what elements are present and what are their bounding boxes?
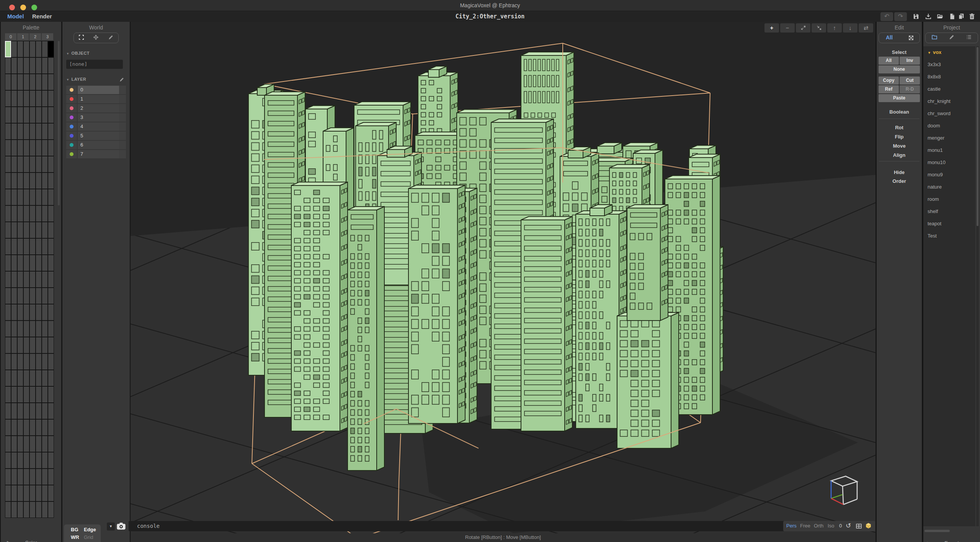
edit-op-move[interactable]: Move bbox=[877, 143, 922, 149]
palette-swatch[interactable] bbox=[36, 353, 42, 370]
palette-swatch[interactable] bbox=[23, 485, 29, 501]
palette-swatch[interactable] bbox=[29, 107, 36, 123]
palette-swatch[interactable] bbox=[23, 353, 29, 370]
palette-tab-0[interactable]: 0 bbox=[5, 33, 16, 40]
palette-swatch[interactable] bbox=[23, 255, 29, 271]
palette-swatch[interactable] bbox=[11, 485, 17, 501]
palette-swatch[interactable] bbox=[23, 337, 29, 353]
edit-op-align[interactable]: Align bbox=[877, 152, 922, 158]
palette-swatch[interactable] bbox=[11, 321, 17, 337]
palette-swatch[interactable] bbox=[42, 90, 48, 107]
palette-swatch[interactable] bbox=[23, 238, 29, 255]
palette-swatch[interactable] bbox=[17, 107, 23, 123]
palette-swatch[interactable] bbox=[5, 288, 11, 304]
palette-swatch[interactable] bbox=[36, 238, 42, 255]
palette-swatch[interactable] bbox=[23, 271, 29, 288]
palette-swatch[interactable] bbox=[23, 288, 29, 304]
palette-swatch[interactable] bbox=[17, 156, 23, 173]
palette-swatch[interactable] bbox=[36, 271, 42, 288]
palette-swatch[interactable] bbox=[5, 485, 11, 501]
toggle-bg[interactable]: BG bbox=[71, 527, 78, 532]
layer-pen-icon[interactable] bbox=[119, 77, 124, 84]
palette-swatch[interactable] bbox=[5, 436, 11, 452]
palette-swatch[interactable] bbox=[48, 386, 54, 403]
palette-swatch[interactable] bbox=[48, 57, 54, 74]
palette-swatch[interactable] bbox=[5, 205, 11, 222]
layer-row-0[interactable]: 0 bbox=[66, 86, 126, 94]
palette-swatch[interactable] bbox=[11, 173, 17, 189]
palette-swatch[interactable] bbox=[5, 238, 11, 255]
palette-swatch[interactable] bbox=[17, 386, 23, 403]
palette-swatch[interactable] bbox=[5, 255, 11, 271]
palette-swatch[interactable] bbox=[36, 205, 42, 222]
palette-swatch[interactable] bbox=[42, 123, 48, 140]
project-item-monu10[interactable]: monu10 bbox=[923, 156, 975, 169]
palette-swatch[interactable] bbox=[17, 304, 23, 321]
palette-swatch[interactable] bbox=[11, 205, 17, 222]
palette-swatch[interactable] bbox=[36, 173, 42, 189]
palette-swatch[interactable] bbox=[29, 386, 36, 403]
palette-swatch[interactable] bbox=[36, 156, 42, 173]
palette-swatch[interactable] bbox=[23, 205, 29, 222]
project-scrollbar[interactable] bbox=[976, 46, 979, 526]
palette-swatch[interactable] bbox=[48, 304, 54, 321]
palette-swatch[interactable] bbox=[11, 156, 17, 173]
palette-swatch[interactable] bbox=[29, 452, 36, 469]
frame-select-icon[interactable] bbox=[78, 34, 84, 42]
palette-swatch[interactable] bbox=[5, 386, 11, 403]
palette-swatch[interactable] bbox=[48, 173, 54, 189]
palette-swatch[interactable] bbox=[11, 501, 17, 518]
project-item-room[interactable]: room bbox=[923, 193, 975, 205]
palette-swatch[interactable] bbox=[36, 57, 42, 74]
layer-visibility-cell[interactable] bbox=[119, 95, 126, 103]
palette-swatch[interactable] bbox=[17, 403, 23, 419]
palette-swatch[interactable] bbox=[11, 469, 17, 485]
palette-swatch[interactable] bbox=[36, 304, 42, 321]
edit-button-inv[interactable]: Inv bbox=[900, 57, 920, 65]
palette-swatch[interactable] bbox=[42, 222, 48, 238]
palette-swatch[interactable] bbox=[23, 41, 29, 57]
palette-swatch[interactable] bbox=[29, 304, 36, 321]
palette-swatch[interactable] bbox=[23, 74, 29, 90]
palette-swatch[interactable] bbox=[48, 353, 54, 370]
layer-visibility-cell[interactable] bbox=[119, 141, 126, 149]
palette-swatch[interactable] bbox=[5, 222, 11, 238]
project-item-monu9[interactable]: monu9 bbox=[923, 169, 975, 181]
toggle-edge[interactable]: Edge bbox=[84, 527, 96, 532]
project-item-doom[interactable]: doom bbox=[923, 120, 975, 132]
palette-swatch[interactable] bbox=[17, 140, 23, 156]
palette-swatch[interactable] bbox=[48, 288, 54, 304]
undo-icon[interactable]: ↶ bbox=[880, 12, 893, 21]
layer-section-header[interactable]: ▼LAYER bbox=[66, 77, 86, 81]
palette-swatch[interactable] bbox=[48, 501, 54, 518]
palette-swatch[interactable] bbox=[11, 255, 17, 271]
layer-visibility-cell[interactable] bbox=[119, 104, 126, 112]
palette-swatch[interactable] bbox=[29, 57, 36, 74]
trash-icon[interactable] bbox=[969, 13, 975, 20]
palette-swatch[interactable] bbox=[17, 238, 23, 255]
palette-swatch[interactable] bbox=[29, 222, 36, 238]
palette-swatch[interactable] bbox=[11, 419, 17, 436]
layer-row-2[interactable]: 2 bbox=[66, 104, 126, 112]
palette-swatch[interactable] bbox=[48, 107, 54, 123]
project-item-menger[interactable]: menger bbox=[923, 132, 975, 144]
palette-swatch[interactable] bbox=[5, 469, 11, 485]
palette-swatch[interactable] bbox=[17, 436, 23, 452]
palette-swatch[interactable] bbox=[42, 57, 48, 74]
palette-swatch[interactable] bbox=[48, 271, 54, 288]
palette-swatch[interactable] bbox=[23, 501, 29, 518]
palette-swatch[interactable] bbox=[29, 337, 36, 353]
palette-swatch[interactable] bbox=[5, 419, 11, 436]
edit-op-hide[interactable]: Hide bbox=[877, 169, 922, 175]
new-file-icon[interactable] bbox=[949, 13, 956, 20]
palette-tab-2[interactable]: 2 bbox=[29, 33, 41, 40]
palette-swatch[interactable] bbox=[29, 288, 36, 304]
palette-swatch[interactable] bbox=[23, 304, 29, 321]
palette-swatch[interactable] bbox=[42, 321, 48, 337]
palette-swatch[interactable] bbox=[48, 222, 54, 238]
palette-swatch[interactable] bbox=[48, 205, 54, 222]
rotate-ccw-icon[interactable]: ↺ bbox=[846, 522, 851, 530]
palette-swatch[interactable] bbox=[48, 321, 54, 337]
edit-button-cut[interactable]: Cut bbox=[900, 76, 920, 85]
palette-swatch[interactable] bbox=[48, 238, 54, 255]
